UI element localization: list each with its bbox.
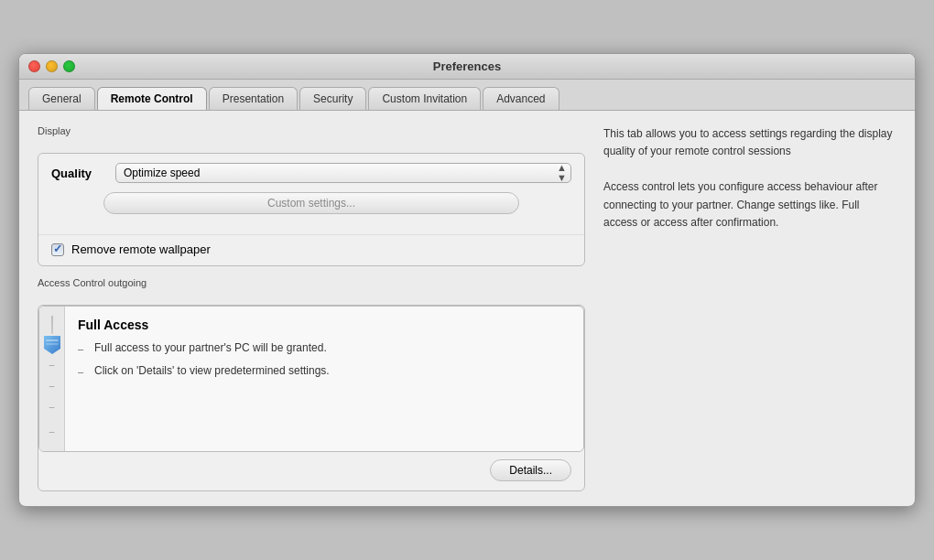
slider-dash-3: – [49,402,55,412]
display-section: Quality Optimize speed Best quality Cust… [38,154,584,234]
tab-custom-invitation[interactable]: Custom Invitation [368,87,481,110]
slider-line-top [51,316,53,334]
slider-dash-1: – [49,360,55,370]
access-description: Access control lets you configure access… [603,178,896,232]
access-inner: – – – – Full Access – Full access to you… [38,306,584,452]
bullet-2: – [78,362,87,380]
tab-presentation[interactable]: Presentation [209,87,298,110]
access-desc-item-2: – Click on 'Details' to view predetermin… [78,362,570,380]
access-control-section-label: Access Control outgoing [38,277,585,288]
svg-marker-0 [44,336,60,354]
preferences-window: Preferences General Remote Control Prese… [18,53,916,507]
tab-security[interactable]: Security [299,87,366,110]
tab-remote-control[interactable]: Remote Control [97,87,207,110]
traffic-lights [28,60,75,72]
access-control-section-box: – – – – Full Access – Full access to you… [38,305,585,491]
tabs-bar: General Remote Control Presentation Secu… [19,80,915,111]
remove-wallpaper-label: Remove remote wallpaper [71,242,211,256]
close-button[interactable] [28,60,40,72]
access-desc-item-1: – Full access to your partner's PC will … [78,339,570,357]
left-panel: Display Quality Optimize speed Best qual… [38,125,585,491]
access-title: Full Access [78,318,570,332]
access-desc-text-2: Click on 'Details' to view predetermined… [94,362,330,380]
quality-label: Quality [51,167,106,180]
display-section-box: Quality Optimize speed Best quality Cust… [38,153,585,266]
slider-track: – – – – [39,307,65,451]
details-button[interactable]: Details... [490,459,571,481]
display-description: This tab allows you to access settings r… [603,125,896,160]
quality-row: Quality Optimize speed Best quality Cust… [51,163,571,183]
quality-select[interactable]: Optimize speed Best quality Custom [115,163,571,183]
checkbox-row: Remove remote wallpaper [38,234,584,265]
slider-dash-4: – [49,426,55,436]
slider-thumb-icon [42,334,62,354]
tab-advanced[interactable]: Advanced [483,87,559,110]
minimize-button[interactable] [46,60,58,72]
bullet-1: – [78,339,87,357]
access-footer: Details... [38,452,584,490]
main-content: Display Quality Optimize speed Best qual… [19,111,915,506]
access-content: Full Access – Full access to your partne… [65,307,583,451]
tab-general[interactable]: General [28,87,95,110]
right-panel: This tab allows you to access settings r… [603,125,896,491]
remove-wallpaper-checkbox[interactable] [51,243,64,256]
custom-settings-button[interactable]: Custom settings... [103,192,519,214]
titlebar: Preferences [19,54,915,80]
maximize-button[interactable] [63,60,75,72]
slider-dash-2: – [49,381,55,391]
window-title: Preferences [433,59,501,73]
quality-select-wrapper: Optimize speed Best quality Custom ▲ ▼ [115,163,571,183]
access-desc-text-1: Full access to your partner's PC will be… [94,339,327,357]
display-section-label: Display [38,125,585,136]
